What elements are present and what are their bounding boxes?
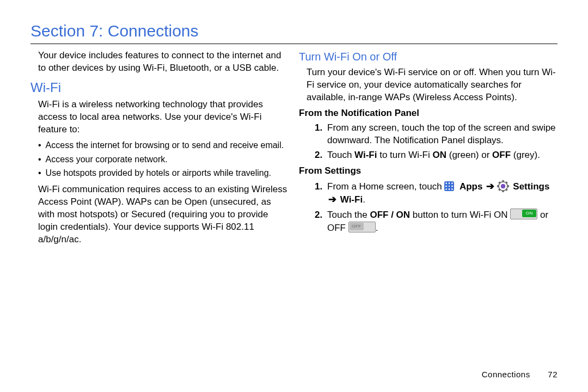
wifi-heading: Wi-Fi (30, 79, 289, 96)
arrow-icon: ➔ (328, 194, 336, 205)
bold-text: Settings (513, 181, 549, 192)
wifi-bullet-list: Access the internet for browsing or to s… (30, 139, 289, 179)
apps-icon (444, 181, 454, 191)
toggle-off-label: OFF (350, 223, 364, 230)
list-item: Access your corporate network. (38, 154, 289, 166)
step-text: to turn Wi-Fi (377, 150, 432, 160)
step-text: (green) or (446, 150, 492, 160)
divider (30, 44, 558, 44)
settings-icon (498, 181, 508, 191)
section-title: Section 7: Connections (30, 22, 558, 40)
bold-text: Apps (460, 181, 483, 192)
toggle-on-label: ON (522, 210, 536, 217)
arrow-icon: ➔ (486, 181, 494, 192)
step-text: (grey). (511, 150, 540, 160)
toggle-on-icon: ON (510, 209, 537, 219)
subheading-notification-panel: From the Notification Panel (299, 107, 558, 120)
page-number: 72 (548, 370, 558, 379)
settings-steps: From a Home screen, touch Apps ➔ Setting… (299, 180, 558, 235)
bold-text: Wi-Fi (354, 150, 377, 160)
list-item: From a Home screen, touch Apps ➔ Setting… (325, 180, 558, 207)
bold-text: OFF / ON (370, 210, 410, 220)
right-column: Turn Wi-Fi On or Off Turn your device's … (299, 50, 558, 249)
notification-steps: From any screen, touch the top of the sc… (299, 122, 558, 162)
bold-text: ON (433, 150, 447, 160)
subheading-from-settings: From Settings (299, 165, 558, 177)
list-item: Touch Wi-Fi to turn Wi-Fi ON (green) or … (325, 149, 558, 162)
turn-wifi-intro: Turn your device's Wi-Fi service on or o… (307, 66, 558, 104)
left-column: Your device includes features to connect… (30, 50, 289, 249)
wifi-intro-text: Wi-Fi is a wireless networking technolog… (38, 99, 289, 136)
step-text: From a Home screen, touch (327, 181, 444, 192)
footer-chapter: Connections (482, 370, 530, 379)
intro-text: Your device includes features to connect… (38, 50, 289, 75)
page-container: Section 7: Connections Your device inclu… (0, 0, 588, 392)
list-item: Use hotspots provided by hotels or airpo… (38, 167, 289, 179)
step-text: Touch (327, 150, 354, 160)
wifi-explanation: Wi-Fi communication requires access to a… (38, 183, 289, 246)
bold-text: Wi-Fi (340, 194, 363, 205)
two-column-layout: Your device includes features to connect… (30, 50, 558, 249)
toggle-off-icon: OFF (348, 222, 376, 232)
footer: Connections 72 (482, 370, 558, 379)
list-item: Touch the OFF / ON button to turn Wi-Fi … (325, 209, 558, 235)
list-item: Access the internet for browsing or to s… (38, 139, 289, 151)
turn-wifi-heading: Turn Wi-Fi On or Off (299, 50, 558, 64)
step-text: Touch the (327, 210, 370, 220)
bold-text: OFF (492, 150, 511, 160)
step-text: button to turn Wi-Fi ON (410, 210, 510, 220)
list-item: From any screen, touch the top of the sc… (325, 122, 558, 147)
step-text: . (376, 223, 378, 233)
